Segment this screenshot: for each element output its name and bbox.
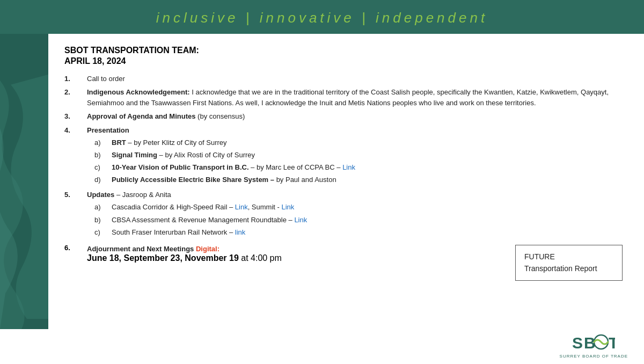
sub-item-4a: a) BRT – by Peter Klitz of City of Surre… [87,137,623,148]
page-header: inclusive | innovative | independent [0,0,644,34]
adjournment-label: Adjournment and Next Meetings Digital: [87,245,219,253]
digital-label: Digital: [196,245,219,253]
sub-item-5c: c) South Fraser Interurban Rail Network … [87,227,623,238]
page-title: SBOT TRANSPORTATION TEAM: [64,46,623,55]
agenda-list: 1. Call to order 2. Indigenous Acknowled… [64,74,623,239]
svg-text:T: T [609,334,615,352]
tagline: inclusive | innovative | independent [156,10,488,26]
agenda-item-1: 1. Call to order [64,74,623,84]
agenda-num-3: 3. [64,111,87,122]
agenda-num-6: 6. [64,244,87,263]
sbot-subtext: SURREY BOARD OF TRADE [560,354,628,359]
sub-item-5b: b) CBSA Assessment & Revenue Management … [87,215,623,225]
adjournment-dates: June 18, September 23, November 19 at 4:… [87,253,282,263]
agenda-num-5: 5. [64,190,87,239]
agenda-item-2: 2. Indigenous Acknowledgement: I acknowl… [64,87,623,108]
agenda-item-5: 5. Updates – Jasroop & Anita a) Cascadia… [64,190,623,239]
link-sfir[interactable]: link [235,228,246,236]
updates-sub-list: a) Cascadia Corridor & High-Speed Rail –… [87,202,623,237]
future-line2: Transportation Report [524,263,613,274]
agenda-content-2: Indigenous Acknowledgement: I acknowledg… [87,87,623,108]
agenda-item-4: 4. Presentation a) BRT – by Peter Klitz … [64,125,623,187]
sub-item-5a: a) Cascadia Corridor & High-Speed Rail –… [87,202,623,213]
sub-item-4c: c) 10-Year Vision of Public Transport in… [87,162,623,173]
agenda-content-5: Updates – Jasroop & Anita a) Cascadia Co… [87,190,623,239]
adjournment-row: 6. Adjournment and Next Meetings Digital… [64,244,504,263]
sub-item-4d: d) Publicly Accessible Electric Bike Sha… [87,174,623,185]
link-ccpa[interactable]: Link [342,163,355,171]
bottom-section: 6. Adjournment and Next Meetings Digital… [64,244,623,281]
agenda-content-1: Call to order [87,74,623,84]
agenda-num-4: 4. [64,125,87,187]
agenda-content-4: Presentation a) BRT – by Peter Klitz of … [87,125,623,187]
link-cbsa[interactable]: Link [294,216,307,224]
footer: S B T SURREY BOARD OF TRADE [0,329,644,364]
future-line1: FUTURE [524,251,613,263]
content-area: SBOT TRANSPORTATION TEAM: APRIL 18, 2024… [48,34,644,329]
agenda-num-2: 2. [64,87,87,108]
agenda-content-6: Adjournment and Next Meetings Digital: J… [87,244,504,263]
dates-bold: June 18, September 23, November 19 [87,253,239,263]
link-cascadia[interactable]: Link [235,203,248,211]
agenda-num-1: 1. [64,74,87,84]
left-sidebar [0,34,48,329]
sub-item-4b: b) Signal Timing – by Alix Rosti of City… [87,150,623,161]
sbot-svg-icon: S B T [572,333,615,353]
svg-text:S: S [572,334,583,352]
adjournment-block: 6. Adjournment and Next Meetings Digital… [64,244,504,263]
sbot-logo-icon: S B T [572,333,615,353]
page-date: APRIL 18, 2024 [64,56,623,66]
agenda-item-3: 3. Approval of Agenda and Minutes (by co… [64,111,623,122]
agenda-content-3: Approval of Agenda and Minutes (by conse… [87,111,623,122]
presentation-sub-list: a) BRT – by Peter Klitz of City of Surre… [87,137,623,186]
sbot-logo: S B T SURREY BOARD OF TRADE [560,333,628,359]
link-summit[interactable]: Link [281,203,294,211]
future-box: FUTURE Transportation Report [515,245,623,281]
